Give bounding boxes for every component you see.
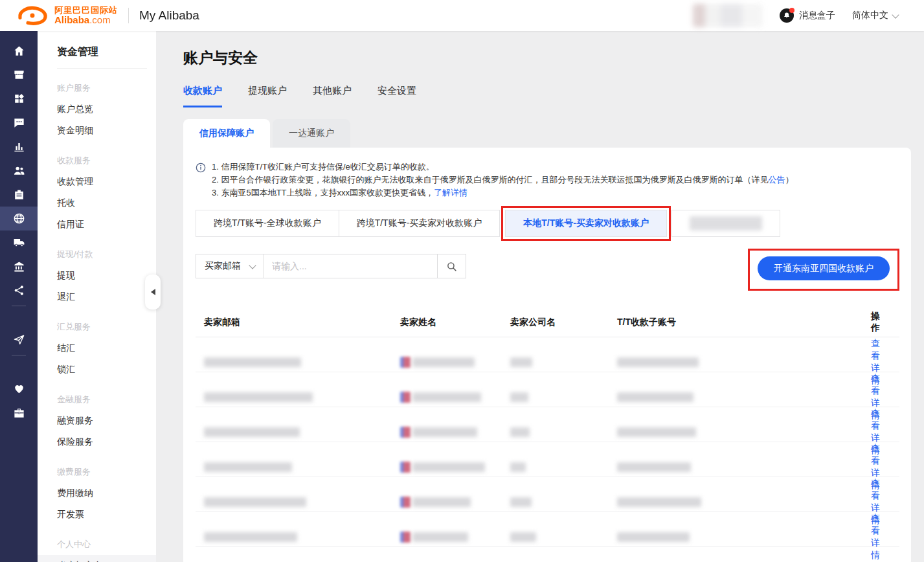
subtab[interactable]: 信用保障账户 (183, 119, 270, 148)
redacted-name (412, 532, 468, 542)
share-nodes-icon[interactable] (0, 278, 38, 302)
rail-divider (12, 306, 26, 306)
truck-icon[interactable] (0, 230, 38, 254)
redacted-name (412, 427, 477, 437)
account-type-tab[interactable]: 跨境T/T账号-买卖家对收款账户 (339, 210, 501, 237)
paper-plane-icon[interactable] (0, 328, 38, 352)
alibaba-logo[interactable]: 阿里巴巴国际站 Alibaba.com (0, 4, 118, 27)
sidebar-group-label: 金融服务 (38, 389, 156, 410)
language-switcher[interactable]: 简体中文 (852, 10, 898, 21)
view-details-link[interactable]: 查看详情 (871, 513, 880, 560)
search-field-select[interactable]: 买家邮箱 (196, 254, 264, 278)
top-header: 阿里巴巴国际站 Alibaba.com My Alibaba 消息盒子 简体中文 (0, 0, 924, 31)
tab[interactable]: 其他账户 (313, 85, 352, 107)
redacted-name-mark (400, 427, 411, 438)
redacted-company (510, 497, 532, 507)
message-box-button[interactable]: 消息盒子 (780, 8, 835, 23)
sidebar-group: 账户服务账户总览资金明细 (38, 78, 156, 141)
table-header-row: 卖家邮箱卖家姓名卖家公司名T/T收款子账号操作 (196, 308, 899, 337)
storefront-icon[interactable] (0, 63, 38, 87)
sidebar-collapse-button[interactable] (145, 275, 161, 309)
sidebar-group-label: 个人中心 (38, 534, 156, 555)
redacted-account (617, 392, 693, 402)
notification-dot (789, 8, 794, 13)
notice-link[interactable]: 了解详情 (434, 188, 468, 197)
sidebar-group-label: 汇兑服务 (38, 317, 156, 337)
home-icon[interactable] (0, 39, 38, 63)
sidebar-group-label: 提现/付款 (38, 244, 156, 265)
tab[interactable]: 安全设置 (377, 85, 416, 107)
redacted-company (510, 532, 536, 542)
user-avatar[interactable] (693, 4, 763, 27)
sidebar-item[interactable]: 结汇 (38, 337, 156, 359)
rail-divider (12, 355, 26, 355)
heart-icon[interactable] (0, 377, 38, 401)
collapse-arrow-icon (151, 289, 155, 295)
annotation-box-tab: 本地T/T账号-买卖家对收款账户 (501, 206, 671, 241)
redacted-name-mark (400, 462, 411, 473)
sidebar-item[interactable]: 费用缴纳 (38, 482, 156, 504)
column-header: T/T收款子账号 (609, 317, 862, 328)
sidebar-item[interactable]: 账户与安全 (38, 555, 156, 562)
sidebar-item[interactable]: 提现 (38, 265, 156, 286)
alibaba-logo-icon (16, 4, 49, 27)
accounts-table: 卖家邮箱卖家姓名卖家公司名T/T收款子账号操作 查看详情查看详情查看详情查看详情… (196, 308, 899, 547)
clipboard-icon[interactable] (0, 183, 38, 207)
redacted-email (204, 532, 297, 542)
sidebar-item[interactable]: 账户总览 (38, 98, 156, 120)
briefcase-icon[interactable] (0, 401, 38, 425)
account-type-tabs: 跨境T/T账号-全球收款账户跨境T/T账号-买卖家对收款账户本地T/T账号-买卖… (196, 206, 899, 241)
sidebar-item[interactable]: 锁汇 (38, 359, 156, 380)
primary-nav-rail (0, 31, 38, 562)
language-label: 简体中文 (852, 10, 888, 21)
table-row: 查看详情 (196, 372, 899, 407)
sidebar-group: 缴费服务费用缴纳开发票 (38, 462, 156, 525)
notice-line: 1. 信用保障T/T收汇账户可支持信保/e收汇交易订单的收款。 (212, 162, 793, 172)
funds-sidebar: 资金管理 账户服务账户总览资金明细收款服务收款管理托收信用证提现/付款提现退汇汇… (38, 31, 156, 562)
sidebar-item[interactable]: 收款管理 (38, 171, 156, 192)
account-tabs-bar: 收款账户提现账户其他账户安全设置 (183, 85, 911, 107)
page-title: 账户与安全 (183, 48, 911, 68)
column-header: 卖家公司名 (502, 317, 609, 328)
info-circle-icon (196, 163, 206, 173)
search-button[interactable] (438, 254, 466, 278)
logo-text-en: Alibaba.com (54, 15, 118, 25)
sidebar-title: 资金管理 (38, 40, 156, 68)
filter-row: 买家邮箱 开通东南亚四国收款账户 (196, 254, 899, 291)
tab[interactable]: 收款账户 (183, 85, 222, 107)
tab[interactable]: 提现账户 (248, 85, 287, 107)
redacted-name (412, 462, 485, 472)
account-type-tab[interactable]: 跨境T/T账号-全球收款账户 (196, 210, 339, 237)
open-sea4-account-button[interactable]: 开通东南亚四国收款账户 (758, 256, 890, 280)
apps-grid-icon[interactable] (0, 87, 38, 111)
redacted-company (510, 392, 528, 402)
account-type-tab[interactable]: 本地T/T账号-买卖家对收款账户 (505, 210, 667, 237)
bar-chart-icon[interactable] (0, 135, 38, 159)
sidebar-item[interactable]: 保险服务 (38, 431, 156, 453)
table-row: 查看详情 (196, 512, 899, 547)
search-input[interactable] (264, 254, 438, 278)
magnifier-icon (446, 261, 457, 272)
sidebar-item[interactable]: 退汇 (38, 286, 156, 308)
subtab[interactable]: 一达通账户 (273, 119, 350, 148)
redacted-name (412, 392, 481, 402)
redacted-name-mark (400, 497, 411, 508)
sidebar-item[interactable]: 开发票 (38, 504, 156, 525)
notice-line: 2. 因平台合作银行政策变更，花旗银行的账户无法收取来自于俄罗斯及白俄罗斯的付汇… (212, 175, 793, 185)
annotation-box-button: 开通东南亚四国收款账户 (748, 249, 899, 291)
redacted-email (204, 462, 292, 472)
account-subtabs-bar: 信用保障账户一达通账户 (183, 119, 911, 148)
sidebar-item[interactable]: 信用证 (38, 214, 156, 235)
chat-icon[interactable] (0, 111, 38, 135)
sidebar-item[interactable]: 资金明细 (38, 120, 156, 141)
redacted-company (510, 357, 532, 367)
globe-icon[interactable] (0, 207, 38, 230)
sidebar-item[interactable]: 融资服务 (38, 410, 156, 431)
contacts-icon[interactable] (0, 159, 38, 183)
account-type-tab[interactable] (671, 210, 780, 237)
notice-link[interactable]: 公告 (768, 175, 785, 185)
sidebar-item[interactable]: 托收 (38, 192, 156, 214)
redacted-name-mark (400, 357, 411, 368)
bank-icon[interactable] (0, 254, 38, 278)
redacted-account (617, 532, 690, 542)
